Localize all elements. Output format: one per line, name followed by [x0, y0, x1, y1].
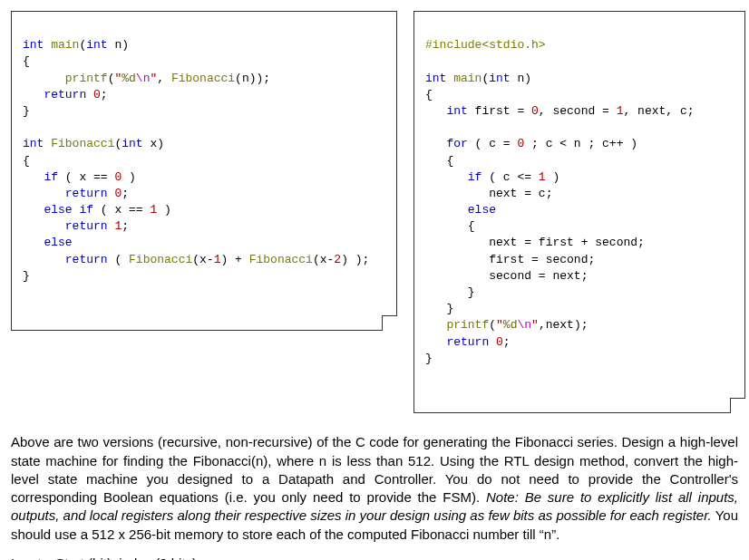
- code-line: {: [425, 154, 453, 168]
- code-line: return 0;: [23, 187, 129, 200]
- code-line: {: [425, 219, 475, 233]
- code-line: next = c;: [425, 187, 552, 200]
- page-fold-icon: [730, 398, 745, 413]
- code-line: int main(int n): [425, 72, 531, 85]
- code-line: [23, 121, 30, 134]
- inputs-line: Inputs: Start (bit), index (9 bits),: [11, 555, 738, 560]
- code-line: [425, 121, 433, 134]
- question-prompt: Above are two versions (recursive, non-r…: [11, 433, 738, 544]
- code-line: #include<stdio.h>: [425, 38, 546, 52]
- code-row: int main(int n) { printf("%d\n", Fibonac…: [11, 11, 738, 413]
- code-line: int main(int n): [23, 38, 129, 52]
- code-line: for ( c = 0 ; c < n ; c++ ): [425, 137, 637, 150]
- code-line: else if ( x == 1 ): [23, 203, 171, 217]
- code-line: else: [23, 236, 73, 249]
- code-line: [425, 54, 433, 68]
- code-line: }: [425, 302, 453, 315]
- code-line: next = first + second;: [425, 236, 645, 249]
- code-line: {: [23, 154, 30, 168]
- code-line: {: [425, 88, 433, 101]
- code-line: {: [23, 54, 30, 68]
- code-line: }: [23, 269, 30, 283]
- code-line: if ( x == 0 ): [23, 170, 136, 184]
- code-line: second = next;: [425, 269, 588, 283]
- code-line: }: [425, 285, 475, 299]
- code-line: int first = 0, second = 1, next, c;: [425, 104, 695, 118]
- code-line: return 0;: [425, 335, 511, 349]
- code-line: }: [425, 352, 433, 365]
- code-line: if ( c <= 1 ): [425, 170, 559, 184]
- code-line: int Fibonacci(int x): [23, 137, 164, 150]
- code-line: return 1;: [23, 219, 129, 233]
- code-line: first = second;: [425, 253, 595, 266]
- code-line: printf("%d\n",next);: [425, 318, 588, 332]
- code-box-iterative: #include<stdio.h> int main(int n) { int …: [413, 11, 745, 413]
- code-line: printf("%d\n", Fibonacci(n));: [23, 72, 270, 85]
- code-line: return 0;: [23, 88, 108, 101]
- code-line: else: [425, 203, 496, 217]
- code-line: return ( Fibonacci(x-1) + Fibonacci(x-2)…: [23, 253, 369, 266]
- code-line: }: [23, 104, 30, 118]
- code-box-recursive: int main(int n) { printf("%d\n", Fibonac…: [11, 11, 397, 331]
- page-fold-icon: [382, 315, 397, 331]
